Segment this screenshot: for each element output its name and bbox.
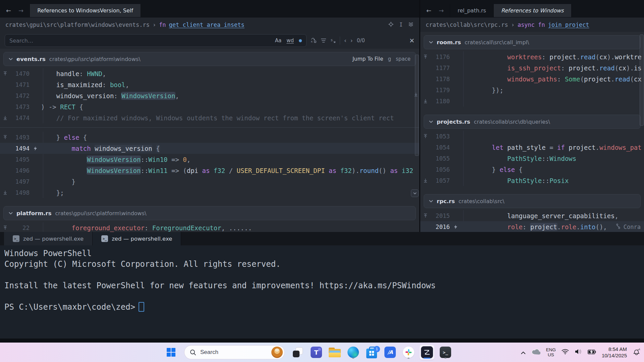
edge-button[interactable] <box>346 345 361 360</box>
left-scrollbar[interactable] <box>415 49 419 232</box>
chevron-down-icon[interactable] <box>9 58 13 60</box>
chevron-down-icon[interactable] <box>429 41 433 44</box>
expand-excerpt-up-icon[interactable] <box>420 134 430 138</box>
code-line[interactable]: 1055 PathStyle::Windows <box>420 153 644 164</box>
select-all-matches-icon[interactable]: s <box>330 38 336 43</box>
jump-to-file[interactable]: Jump To Filegspace <box>353 56 411 62</box>
code-line[interactable]: 1471 is_maximized: bool, <box>0 79 419 90</box>
excerpt-header[interactable]: rpc.rscrates\collab\src\ <box>424 194 641 208</box>
expand-excerpt-down-icon[interactable] <box>0 190 10 195</box>
expand-excerpt-up-icon[interactable] <box>0 226 10 230</box>
code-line[interactable]: 1498 }; <box>0 187 419 198</box>
code-line[interactable]: 22 foreground_executor: ForegroundExecut… <box>0 222 419 232</box>
back-icon[interactable]: ← <box>6 7 11 14</box>
terminal-tab-1[interactable]: >_ zed — powershell.exe <box>4 232 93 245</box>
scrollbar-thumb[interactable] <box>415 55 419 156</box>
back-icon[interactable]: ← <box>426 7 431 14</box>
line-number[interactable]: 2016 <box>430 224 450 230</box>
tray-chevron-up-icon[interactable] <box>521 349 526 356</box>
excerpt-header[interactable]: projects.rscrates\collab\src\db\queries\ <box>424 115 641 129</box>
close-search-icon[interactable]: ✕ <box>409 37 415 44</box>
excerpt-header[interactable]: events.rscrates\gpui\src\platform\window… <box>3 52 416 66</box>
left-breadcrumb[interactable]: crates\gpui\src\platform\windows\events.… <box>0 17 419 32</box>
line-number[interactable]: 22 <box>10 225 30 231</box>
search-highlight-pie-icon[interactable] <box>271 347 283 358</box>
line-number[interactable]: 1494 <box>10 145 30 152</box>
line-number[interactable]: 1053 <box>430 133 450 140</box>
code-line[interactable]: 1176 worktrees: project.read(cx).worktre <box>420 51 644 62</box>
next-match-icon[interactable]: › <box>351 37 353 44</box>
toggle-replace-icon[interactable]: R <box>311 38 317 43</box>
code-line[interactable]: 1178 windows_paths: Some(project.read(cx <box>420 73 644 84</box>
scrollbar-thumb[interactable] <box>640 35 644 126</box>
zed-button[interactable] <box>420 345 434 360</box>
taskbar-search-box[interactable]: Search <box>184 345 285 359</box>
line-number[interactable]: 1473 <box>10 104 30 110</box>
code-line[interactable]: 1474 // For maximized windows, Windows o… <box>0 112 419 123</box>
expand-excerpt-up-icon[interactable] <box>0 135 10 139</box>
filter-list-icon[interactable] <box>321 38 326 43</box>
code-line[interactable]: 1497 } <box>0 176 419 187</box>
line-number[interactable]: 1054 <box>430 144 450 151</box>
code-line[interactable]: 1494 match windows_version { <box>0 143 419 154</box>
line-number[interactable]: 1471 <box>10 81 30 88</box>
text-cursor-icon[interactable]: I <box>399 22 402 28</box>
slack-button[interactable] <box>401 345 416 360</box>
line-number[interactable]: 1179 <box>430 87 450 94</box>
code-line[interactable]: 1473) -> RECT { <box>0 101 419 112</box>
code-line[interactable]: 1056 } else { <box>420 164 644 175</box>
jump-next-excerpt-button[interactable] <box>411 189 419 197</box>
forward-icon[interactable]: → <box>439 7 444 14</box>
waves-icon[interactable] <box>409 21 414 28</box>
line-number[interactable]: 1498 <box>10 189 30 196</box>
line-number[interactable]: 1493 <box>10 134 30 141</box>
onedrive-cloud-icon[interactable] <box>531 349 540 356</box>
expand-excerpt-down-icon[interactable] <box>0 116 10 120</box>
code-line[interactable]: 2015 language_server_capabilities, <box>420 210 644 221</box>
line-number[interactable]: 1178 <box>430 76 450 82</box>
expand-down-icon[interactable] <box>414 92 418 98</box>
line-number[interactable]: 1474 <box>10 115 30 121</box>
code-line[interactable]: 1472 windows_version: WindowsVersion, <box>0 90 419 101</box>
line-number[interactable]: 1056 <box>430 166 450 173</box>
code-line[interactable]: 1493 } else { <box>0 132 419 143</box>
excerpt-header[interactable]: platform.rscrates\gpui\src\platform\wind… <box>3 206 416 220</box>
forward-icon[interactable]: → <box>18 7 23 14</box>
expand-excerpt-down-icon[interactable] <box>420 99 430 103</box>
code-line[interactable]: 1053 <box>420 131 644 142</box>
tab-references-windows[interactable]: References to Windows <box>494 4 572 17</box>
expand-excerpt-up-icon[interactable] <box>0 71 10 76</box>
case-sensitive-toggle[interactable]: Aa <box>275 38 281 44</box>
code-action-bolt-icon[interactable] <box>450 225 461 229</box>
windows-terminal-button[interactable]: >_ <box>438 345 453 360</box>
chevron-down-icon[interactable] <box>429 200 433 202</box>
previous-match-icon[interactable]: ‹ <box>344 37 346 44</box>
expand-excerpt-up-icon[interactable] <box>420 214 430 218</box>
volume-icon[interactable] <box>575 349 582 356</box>
wifi-icon[interactable] <box>561 349 569 356</box>
line-number[interactable]: 1496 <box>10 167 30 174</box>
line-number[interactable]: 1180 <box>430 98 450 105</box>
terminal-tab-2[interactable]: >_ zed — powershell.exe <box>93 232 181 245</box>
code-line[interactable]: 1057 PathStyle::Posix <box>420 175 644 186</box>
right-scrollbar[interactable] <box>640 32 644 232</box>
code-line[interactable]: 2016 role: project.role.into(),Conra <box>420 221 644 232</box>
slash-a-app-button[interactable]: /A <box>383 345 397 360</box>
code-line[interactable]: 1495 WindowsVersion::Win10 => 0, <box>0 154 419 165</box>
line-number[interactable]: 1495 <box>10 156 30 163</box>
code-action-bolt-icon[interactable] <box>30 146 41 151</box>
notification-bell-icon[interactable]: zZ <box>633 348 641 357</box>
code-line[interactable]: 1180 <box>420 96 644 107</box>
code-line[interactable]: 1179 }); <box>420 84 644 96</box>
line-number[interactable]: 1177 <box>430 65 450 71</box>
selection-indicator-icon[interactable] <box>299 39 302 42</box>
line-number[interactable]: 1176 <box>430 54 450 60</box>
search-input[interactable]: Search… Aa wd <box>5 34 307 47</box>
expand-excerpt-down-icon[interactable] <box>420 178 430 183</box>
chevron-down-icon[interactable] <box>9 212 13 215</box>
start-button[interactable] <box>164 345 178 360</box>
language-indicator[interactable]: ENG US <box>546 347 556 357</box>
code-line[interactable]: 1177 is_ssh_project: project.read(cx).is <box>420 62 644 73</box>
code-line[interactable]: 1054 let path_style = if project.windows… <box>420 142 644 153</box>
line-number[interactable]: 1055 <box>430 155 450 162</box>
